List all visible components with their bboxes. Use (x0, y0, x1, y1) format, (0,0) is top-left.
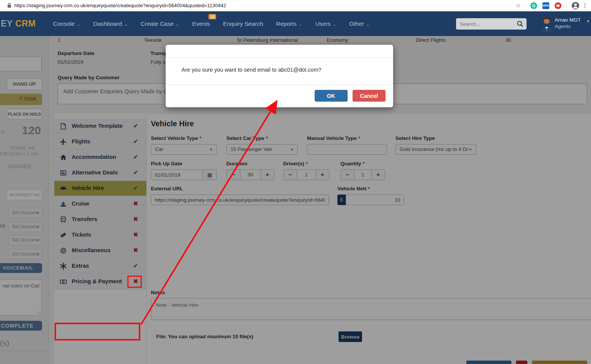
divider (566, 2, 567, 9)
search-input[interactable] (460, 18, 513, 30)
app-navbar: EY CRM Console⌄Dashboard⌄Create Case⌄Eve… (0, 11, 591, 36)
annotation-box-pricing-status (127, 276, 142, 288)
search-icon[interactable] (517, 20, 524, 27)
app-logo[interactable]: EY CRM (1, 19, 36, 29)
nav-item-enquiry-search[interactable]: Enquiry Search (223, 20, 263, 27)
chevron-down-icon: ⌄ (77, 22, 80, 27)
ok-button[interactable]: OK (315, 90, 348, 102)
nav-item-dashboard[interactable]: Dashboard⌄ (93, 20, 128, 27)
nav-item-events[interactable]: Events15 (192, 20, 210, 27)
new-extension-icon[interactable]: NEW (542, 2, 549, 9)
user-name: Arnav MGT (555, 17, 584, 23)
browser-menu-icon[interactable]: ⋮ (581, 2, 589, 9)
navbar-search (456, 18, 527, 30)
nav-item-console[interactable]: Console⌄ (53, 20, 80, 27)
user-caret-icon: ▼ (586, 19, 590, 24)
avatar[interactable] (540, 16, 553, 32)
lock-icon (7, 3, 11, 9)
nav-item-create-case[interactable]: Create Case⌄ (141, 20, 179, 27)
red-extension-icon[interactable] (555, 2, 561, 9)
user-menu[interactable]: Arnav MGT Agents (555, 17, 584, 30)
dialog-header (166, 45, 393, 58)
browser-chrome: https://staging.journey-crm.co.uk/enquir… (0, 0, 591, 11)
user-role: Agents (555, 23, 584, 30)
events-count-badge: 15 (208, 14, 216, 19)
chevron-down-icon: ⌄ (299, 22, 303, 27)
chevron-down-icon: ⌄ (332, 22, 336, 27)
nav-item-other[interactable]: Other⌄ (349, 20, 370, 27)
annotation-box-send-email (55, 323, 140, 340)
page: https://staging.journey-crm.co.uk/enquir… (0, 0, 591, 364)
browser-profile-icon[interactable] (571, 2, 579, 9)
chevron-down-icon: ⌄ (124, 22, 128, 27)
cancel-button[interactable]: Cancel (353, 90, 386, 102)
chevron-down-icon: ⌄ (176, 22, 179, 27)
dialog-footer: OK Cancel (166, 85, 393, 107)
nav-item-users[interactable]: Users⌄ (315, 20, 337, 27)
grammarly-extension-icon[interactable]: G (530, 2, 537, 9)
nav-menu: Console⌄Dashboard⌄Create Case⌄Events15En… (53, 11, 370, 36)
dialog-message: Are you sure you want to send email to a… (166, 58, 393, 85)
nav-item-reports[interactable]: Reports⌄ (276, 20, 302, 27)
confirm-send-email-dialog: Are you sure you want to send email to a… (166, 45, 393, 107)
address-bar[interactable]: https://staging.journey-crm.co.uk/enquir… (14, 3, 226, 8)
bookmark-star-icon[interactable]: ☆ (514, 2, 522, 9)
chevron-down-icon: ⌄ (366, 22, 370, 27)
